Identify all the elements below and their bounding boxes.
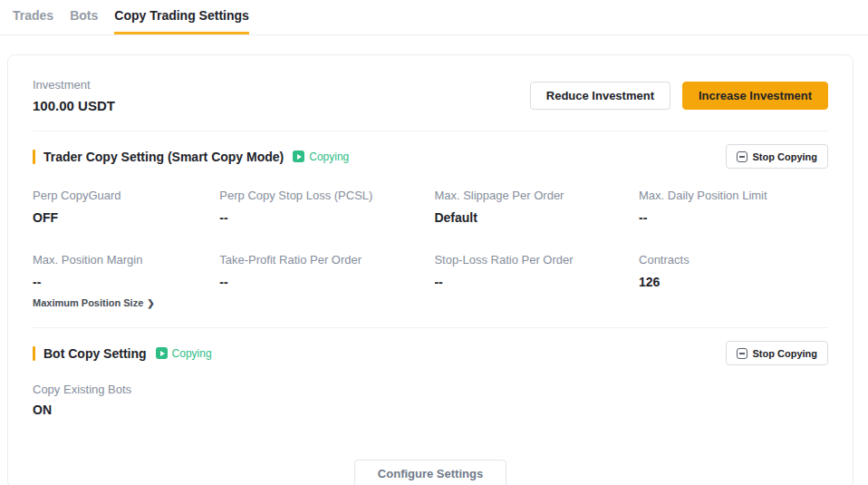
investment-info: Investment 100.00 USDT [33, 78, 115, 113]
divider [33, 131, 828, 131]
investment-section: Investment 100.00 USDT Reduce Investment… [33, 78, 828, 113]
investment-actions: Reduce Investment Increase Investment [530, 82, 828, 110]
investment-label: Investment [33, 78, 115, 92]
trader-settings-grid: Perp CopyGuard OFF Perp Copy Stop Loss (… [33, 189, 828, 289]
tab-copy-trading-settings[interactable]: Copy Trading Settings [114, 8, 249, 34]
accent-bar [33, 150, 35, 164]
stop-copying-label: Stop Copying [753, 348, 818, 359]
field-max-slippage: Max. Slippage Per Order Default [434, 189, 639, 225]
stop-copying-trader-button[interactable]: Stop Copying [726, 144, 829, 169]
field-stop-loss-ratio: Stop-Loss Ratio Per Order -- [434, 253, 639, 289]
field-max-position-margin: Max. Position Margin -- [33, 253, 219, 289]
card-footer: Configure Settings [33, 460, 828, 485]
divider [33, 327, 828, 328]
copying-status-badge: Copying [156, 347, 212, 360]
stop-copying-bot-button[interactable]: Stop Copying [726, 341, 829, 365]
field-perp-copyguard: Perp CopyGuard OFF [33, 189, 219, 225]
reduce-investment-button[interactable]: Reduce Investment [530, 82, 670, 110]
play-icon [293, 150, 304, 162]
tab-bots[interactable]: Bots [70, 8, 98, 34]
field-contracts: Contracts 126 [639, 253, 828, 289]
minus-square-icon [737, 151, 747, 162]
tab-bar: Trades Bots Copy Trading Settings [0, 0, 868, 35]
minus-square-icon [737, 348, 747, 359]
field-take-profit-ratio: Take-Profit Ratio Per Order -- [219, 253, 434, 289]
play-icon [156, 347, 168, 359]
field-copy-existing-bots: Copy Existing Bots ON [33, 383, 828, 417]
chevron-right-icon: ❯ [147, 298, 154, 308]
field-perp-copy-stop-loss: Perp Copy Stop Loss (PCSL) -- [219, 189, 434, 225]
stop-copying-label: Stop Copying [753, 151, 818, 162]
copying-status-label: Copying [309, 150, 349, 163]
accent-bar [33, 346, 35, 361]
increase-investment-button[interactable]: Increase Investment [682, 82, 828, 110]
investment-value: 100.00 USDT [33, 98, 115, 113]
copying-status-label: Copying [172, 347, 212, 360]
field-max-daily-position-limit: Max. Daily Position Limit -- [639, 189, 828, 225]
copying-status-badge: Copying [293, 150, 349, 163]
bot-copy-setting-header: Bot Copy Setting Copying Stop Copying [33, 341, 828, 365]
trader-section-title: Trader Copy Setting (Smart Copy Mode) [43, 150, 284, 164]
maximum-position-size-link[interactable]: Maximum Position Size ❯ [33, 297, 155, 308]
bot-section-title: Bot Copy Setting [43, 346, 147, 361]
tab-trades[interactable]: Trades [13, 8, 53, 34]
copy-trading-settings-card: Investment 100.00 USDT Reduce Investment… [7, 54, 854, 485]
trader-copy-setting-header: Trader Copy Setting (Smart Copy Mode) Co… [33, 144, 828, 169]
configure-settings-button[interactable]: Configure Settings [354, 460, 506, 485]
